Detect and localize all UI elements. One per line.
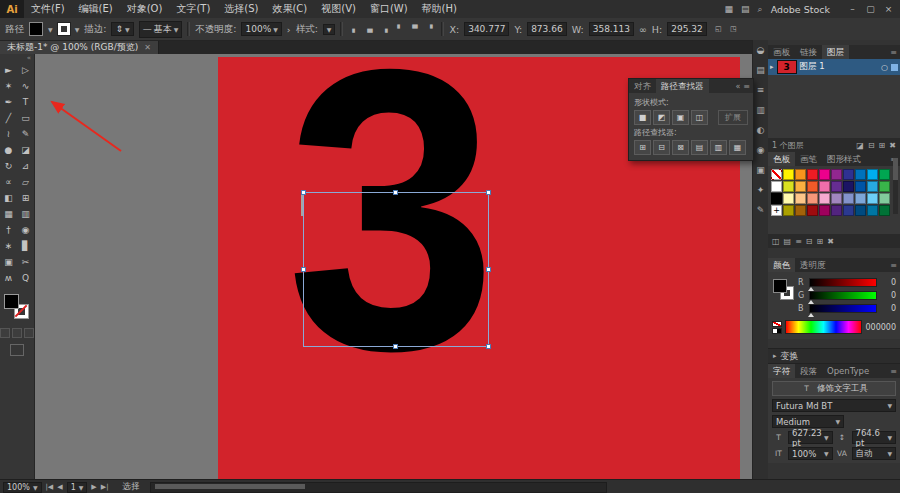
pathfinder-button[interactable]: ▦ <box>729 140 746 155</box>
slider-track[interactable] <box>809 304 877 313</box>
tool[interactable]: ◧ <box>0 190 17 206</box>
panel-menu-icon[interactable]: ≡ <box>890 48 900 57</box>
swatch[interactable] <box>879 169 890 180</box>
fill-thumb[interactable] <box>773 279 787 293</box>
selection-handle[interactable] <box>393 190 398 195</box>
y-field[interactable]: 873.66 <box>527 22 567 36</box>
draw-inside-button[interactable] <box>24 328 34 338</box>
tool[interactable]: ✎ <box>17 126 34 142</box>
swatch[interactable] <box>795 205 806 216</box>
swatch[interactable] <box>807 193 818 204</box>
stroke-stepper-icon[interactable]: ⇕ <box>115 24 123 34</box>
channel-value[interactable]: 0 <box>880 304 896 313</box>
stroke-caret-icon[interactable]: ▼ <box>75 26 80 33</box>
tool[interactable]: ▊ <box>17 238 34 254</box>
swatch[interactable] <box>807 205 818 216</box>
tool[interactable]: ʍ <box>0 270 17 286</box>
adobe-stock-label[interactable]: Adobe Stock <box>771 4 830 15</box>
prev-artboard-button[interactable]: ◀ <box>57 483 62 491</box>
channel-value[interactable]: 0 <box>880 278 896 287</box>
toolbar-collapse-icon[interactable]: « <box>0 54 34 62</box>
align-button[interactable]: ▝ <box>423 23 436 36</box>
opacity-more-icon[interactable]: › <box>287 24 291 35</box>
layer-expand-icon[interactable]: ▸ <box>770 63 774 71</box>
link-dimensions-icon[interactable]: ∞ <box>639 24 647 35</box>
dock-panel-icon[interactable]: ◒ <box>757 45 765 55</box>
swatch[interactable] <box>843 205 854 216</box>
size-caret-icon[interactable]: ▼ <box>824 434 829 441</box>
transform-panel-bar[interactable]: ▸ 变换 <box>768 348 900 364</box>
swatch[interactable] <box>771 181 782 192</box>
tab-graphic-styles[interactable]: 图形样式 <box>822 152 866 166</box>
maximize-button[interactable]: ▢ <box>862 2 879 16</box>
font-size-field[interactable]: 627.23 pt▼ <box>788 431 833 444</box>
font-family-field[interactable]: Futura Md BT ▼ <box>772 399 896 412</box>
tool[interactable]: ∿ <box>17 78 34 94</box>
dock-panel-icon[interactable]: ✦ <box>757 185 765 195</box>
leading-caret-icon[interactable]: ▼ <box>887 434 892 441</box>
layers-footer-icon[interactable]: ◪ <box>856 141 864 150</box>
swatch[interactable] <box>843 193 854 204</box>
tool[interactable]: ╱ <box>0 110 17 126</box>
tab-transparency[interactable]: 透明度 <box>795 258 831 272</box>
swatch[interactable] <box>783 169 794 180</box>
swatch[interactable] <box>771 193 782 204</box>
layer-row[interactable]: ▸ 3 图层 1 ○ <box>768 59 900 75</box>
screen-mode-button[interactable] <box>10 344 24 356</box>
swatch[interactable] <box>771 205 782 216</box>
layer-list-area[interactable] <box>768 75 900 138</box>
swatch[interactable] <box>843 169 854 180</box>
swatch-footer-icon[interactable]: ◫ <box>772 237 780 246</box>
menu-item[interactable]: 文字(T) <box>169 0 217 18</box>
stroke-weight-caret-icon[interactable]: ▼ <box>125 26 130 33</box>
search-icon[interactable]: ⌕ <box>758 4 763 15</box>
swatch[interactable] <box>831 181 842 192</box>
tool[interactable]: ▷ <box>17 62 34 78</box>
draw-behind-button[interactable] <box>12 328 22 338</box>
control-extra-button[interactable]: ◱ <box>712 23 725 36</box>
swatch[interactable] <box>807 181 818 192</box>
menu-item[interactable]: 编辑(E) <box>72 0 120 18</box>
none-color-tile[interactable] <box>772 321 782 327</box>
swatch-footer-icon[interactable]: ✖ <box>827 237 834 246</box>
kerning-caret-icon[interactable]: ▼ <box>887 450 892 457</box>
dock-panel-icon[interactable]: ◐ <box>757 125 765 135</box>
dock-panel-icon[interactable]: ≡ <box>757 85 765 95</box>
vertical-scale-field[interactable]: 100%▼ <box>788 447 833 460</box>
color-fill-stroke-thumb[interactable] <box>772 276 794 314</box>
tool[interactable]: ⊿ <box>17 158 34 174</box>
dock-panel-icon[interactable]: ▣ <box>756 165 765 175</box>
tool[interactable]: ✂ <box>17 254 34 270</box>
align-button[interactable]: ▘ <box>393 23 406 36</box>
tool[interactable]: ↻ <box>0 158 17 174</box>
menu-item[interactable]: 效果(C) <box>265 0 314 18</box>
swatch[interactable] <box>831 193 842 204</box>
tab-paragraph[interactable]: 段落 <box>795 364 822 378</box>
tool[interactable]: ▭ <box>17 110 34 126</box>
selection-handle[interactable] <box>393 344 398 349</box>
layer-thumbnail[interactable]: 3 <box>777 60 797 74</box>
menu-item[interactable]: 窗口(W) <box>363 0 415 18</box>
tool[interactable]: ⊞ <box>17 190 34 206</box>
swatch[interactable] <box>807 169 818 180</box>
swatch[interactable] <box>831 205 842 216</box>
panel-menu-icon[interactable]: ≡ <box>743 82 750 91</box>
swatch[interactable] <box>795 181 806 192</box>
channel-value[interactable]: 0 <box>880 291 896 300</box>
selection-handle[interactable] <box>301 267 306 272</box>
tab-align[interactable]: 对齐 <box>629 79 656 93</box>
menu-item[interactable]: 文件(F) <box>24 0 72 18</box>
opacity-caret-icon[interactable]: ▼ <box>273 26 278 33</box>
touch-type-tool-button[interactable]: T 修饰文字工具 <box>772 381 896 396</box>
swatch[interactable] <box>795 169 806 180</box>
black-white-tile[interactable] <box>772 328 782 334</box>
swatch-footer-icon[interactable]: ⊟ <box>806 237 813 246</box>
leading-field[interactable]: 764.6 pt▼ <box>852 431 897 444</box>
document-tab[interactable]: 未标题-1* @ 100% (RGB/预览) ✕ <box>0 40 159 54</box>
menu-item[interactable]: 对象(O) <box>120 0 170 18</box>
style-field[interactable]: ▼ <box>323 24 336 35</box>
swatch-footer-icon[interactable]: ⊞ <box>817 237 824 246</box>
kerning-field[interactable]: 自动▼ <box>852 447 897 460</box>
style-caret-icon[interactable]: ▼ <box>327 26 332 33</box>
dock-panel-icon[interactable]: ✎ <box>757 205 765 215</box>
